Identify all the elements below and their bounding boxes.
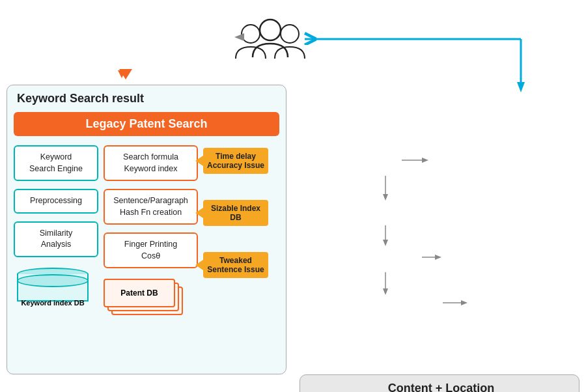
left-columns: KeywordSearch Engine Preprocessing Simil… [14,145,279,323]
left-col1: KeywordSearch Engine Preprocessing Simil… [14,145,98,323]
left-index-db: Keyword index DB [14,268,92,308]
left-similarity-analysis: SimilarityAnalysis [14,221,98,257]
left-patent-db-label: Patent DB [104,279,175,307]
left-search-formula: Search formulaKeyword index [104,145,198,181]
svg-point-2 [281,25,299,43]
svg-point-1 [260,20,281,40]
left-panel-title: Keyword Search result [17,92,279,105]
right-panel: Content + LocationSearch Result Crony Sy… [300,374,579,392]
right-panel-title: Content + LocationSearch Result [310,382,572,392]
svg-point-0 [242,25,260,43]
left-sentence-paragraph: Sentence/ParagraphHash Fn creation [104,189,198,225]
left-preprocessing: Preprocessing [14,189,98,214]
svg-marker-7 [234,33,244,41]
left-col3: Time delayAccuracy Issue Sizable Index D… [203,145,268,323]
legacy-bar: Legacy Patent Search [14,112,279,136]
svg-marker-6 [517,82,525,92]
svg-marker-25 [383,194,388,201]
left-keyword-search-engine: KeywordSearch Engine [14,145,98,181]
tag-sizable-index: Sizable Index DB [203,200,268,226]
left-finger-printing: Finger PrintingCosθ [104,232,198,268]
left-index-db-label: Keyword index DB [14,299,92,307]
arrow-down-left [119,69,132,79]
svg-marker-31 [435,255,441,260]
left-col2: Search formulaKeyword index Sentence/Par… [104,145,198,323]
tag-tweaked-sentence: TweakedSentence Issue [203,252,268,278]
svg-marker-27 [383,240,388,246]
svg-marker-23 [422,158,428,163]
main-container: Keyword Search result Legacy Patent Sear… [0,0,586,392]
svg-marker-29 [383,288,388,295]
left-patent-db: Patent DB [104,279,188,323]
tag-time-delay: Time delayAccuracy Issue [203,148,268,174]
svg-marker-33 [461,300,467,305]
left-panel: Keyword Search result Legacy Patent Sear… [7,85,286,374]
